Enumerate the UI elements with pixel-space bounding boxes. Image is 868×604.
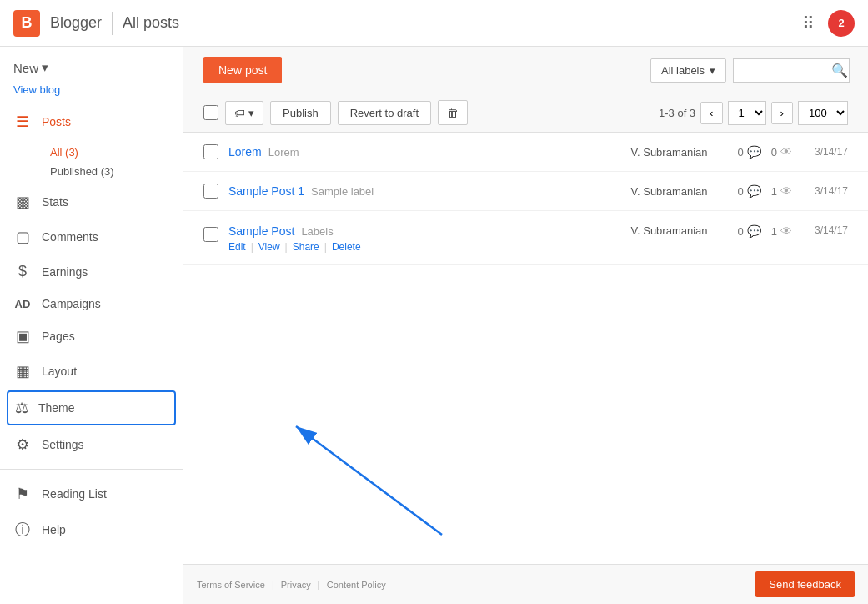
post-title-row-3: Sample Post Labels [228,224,601,238]
post-share-3[interactable]: Share [293,241,319,253]
sidebar-item-help[interactable]: ⓘ Help [0,511,183,548]
new-post-button[interactable]: New post [203,57,282,83]
publish-button[interactable]: Publish [270,101,331,125]
prev-page-button[interactable]: ‹ [700,102,722,124]
header-left: B Blogger All posts [13,10,179,37]
sidebar-item-layout[interactable]: ▦ Layout [0,354,183,389]
post-label-2: Sample label [311,185,374,198]
sidebar-item-stats[interactable]: ▩ Stats [0,184,183,219]
next-page-button[interactable]: › [771,102,793,124]
toolbar-right: All labels ▾ 🔍 [650,58,848,83]
sidebar-posts-sub: All (3) Published (3) [0,139,183,184]
label-posts-button[interactable]: 🏷 ▾ [225,101,263,125]
post-edit-3[interactable]: Edit [228,241,246,253]
comment-icon-2: 💬 [747,184,761,198]
sidebar-item-posts[interactable]: ☰ Posts [0,104,183,139]
post-actions-3: Edit | View | Share | Delete [228,241,601,253]
app-body: New ▾ View blog ☰ Posts All (3) Publishe… [0,47,868,604]
privacy-link[interactable]: Privacy [281,580,311,590]
pagination: 1-3 of 3 ‹ 1 › 100 25 50 [659,101,848,125]
sidebar-item-pages[interactable]: ▣ Pages [0,319,183,354]
post-title-row-2: Sample Post 1 Sample label [228,184,601,198]
sidebar-theme-label: Theme [38,401,75,415]
labels-dropdown-icon: ▾ [710,64,715,77]
sidebar-settings-label: Settings [42,438,84,451]
post-view-3[interactable]: View [258,241,280,253]
post-title-1[interactable]: Lorem [228,145,262,159]
post-delete-3[interactable]: Delete [332,241,361,253]
view-count-2: 1 [771,185,777,198]
posts-toolbar: 🏷 ▾ Publish Revert to draft 🗑 1-3 of 3 ‹… [183,93,868,133]
comments-icon: ▢ [13,228,32,246]
sidebar-item-comments[interactable]: ▢ Comments [0,219,183,254]
theme-icon: ⚖ [15,399,28,417]
help-icon: ⓘ [13,520,32,540]
sidebar-new-button[interactable]: New ▾ [0,53,183,82]
all-labels-button[interactable]: All labels ▾ [650,58,726,83]
select-all-checkbox[interactable] [203,105,218,120]
post-stats-2: 0 💬 1 👁 [738,184,792,198]
grid-icon[interactable]: ⠿ [802,13,815,33]
post-info-1: Lorem Lorem [228,145,601,159]
sidebar-item-earnings[interactable]: $ Earnings [0,254,183,289]
revert-to-draft-button[interactable]: Revert to draft [338,101,431,125]
sidebar-layout-label: Layout [42,365,77,378]
page-size-select[interactable]: 100 25 50 [798,101,848,125]
campaigns-icon: AD [13,298,32,310]
comment-count-2: 0 [738,185,744,198]
post-checkbox-1[interactable] [203,144,218,159]
header-right: ⠿ 2 [802,10,855,37]
sidebar-divider [0,469,183,470]
view-blog-link[interactable]: View blog [0,82,183,104]
comment-count-3: 0 [738,225,744,238]
sidebar-new-label: New [13,61,38,75]
post-date-3: 3/14/17 [802,224,848,236]
post-author-1: V. Subramanian [611,146,728,159]
comment-icon-1: 💬 [747,145,761,159]
content-policy-link[interactable]: Content Policy [327,580,386,590]
view-icon-2: 👁 [780,184,792,198]
app-name: Blogger [50,14,102,32]
app-footer: Terms of Service | Privacy | Content Pol… [183,564,868,604]
sidebar-item-campaigns[interactable]: AD Campaigns [0,289,183,319]
app-header: B Blogger All posts ⠿ 2 [0,0,868,47]
page-select[interactable]: 1 [728,101,766,125]
table-row: Sample Post 1 Sample label V. Subramania… [183,172,868,211]
post-comments-3: 0 💬 [738,224,761,238]
layout-icon: ▦ [13,362,32,380]
post-comments-1: 0 💬 [738,145,761,159]
earnings-icon: $ [13,263,32,280]
post-views-2: 1 👁 [771,184,792,198]
post-author-2: V. Subramanian [611,185,728,198]
user-avatar[interactable]: 2 [828,10,855,37]
post-title-3[interactable]: Sample Post [228,224,294,238]
sidebar-published[interactable]: Published (3) [43,162,183,181]
post-checkbox-3[interactable] [203,227,218,242]
search-icon: 🔍 [831,63,848,78]
post-comments-2: 0 💬 [738,184,761,198]
view-icon-1: 👁 [780,145,792,159]
post-stats-3: 0 💬 1 👁 [738,224,792,238]
sidebar-item-theme[interactable]: ⚖ Theme [7,390,176,425]
post-checkbox-2[interactable] [203,184,218,199]
view-count-1: 0 [771,146,777,159]
post-date-1: 3/14/17 [802,146,848,158]
terms-link[interactable]: Terms of Service [197,580,265,590]
post-label-3: Labels [301,225,333,238]
sidebar-all-posts[interactable]: All (3) [43,143,183,162]
main-wrapper: New post All labels ▾ 🔍 🏷 ▾ Publish [183,47,868,604]
sidebar-campaigns-label: Campaigns [42,297,101,310]
send-feedback-button[interactable]: Send feedback [755,571,855,597]
post-views-1: 0 👁 [771,145,792,159]
delete-button[interactable]: 🗑 [438,100,468,125]
main-toolbar: New post All labels ▾ 🔍 [183,47,868,93]
comment-count-1: 0 [738,146,744,159]
posts-list: Lorem Lorem V. Subramanian 0 💬 0 👁 [183,133,868,564]
sidebar-help-label: Help [42,523,66,536]
sidebar-item-reading-list[interactable]: ⚑ Reading List [0,476,183,511]
sidebar-item-settings[interactable]: ⚙ Settings [0,427,183,462]
post-title-2[interactable]: Sample Post 1 [228,184,304,198]
stats-icon: ▩ [13,193,32,211]
label-dropdown-icon: ▾ [248,107,254,119]
sidebar-stats-label: Stats [42,195,68,209]
